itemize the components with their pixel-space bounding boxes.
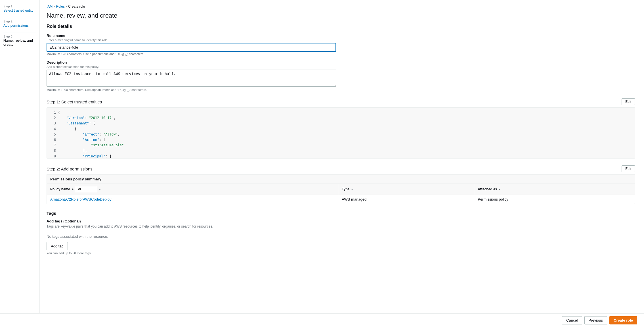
- breadcrumb-sep-1: ›: [54, 5, 55, 9]
- col-policy-name: Policy name ↗ ▼: [47, 184, 338, 195]
- sidebar-item-select-trusted-entity[interactable]: Select trusted entity: [3, 9, 36, 13]
- table-row: AmazonEC2RoleforAWSCodeDeploy AWS manage…: [47, 195, 635, 204]
- role-name-input[interactable]: [47, 43, 336, 52]
- type-chevron-icon: ▼: [351, 188, 353, 191]
- col-policy-name-label: Policy name: [50, 187, 70, 191]
- policy-name-filter[interactable]: [75, 186, 97, 192]
- add-tag-button[interactable]: Add tag: [47, 242, 68, 250]
- tags-title: Tags: [47, 211, 635, 216]
- permissions-table-wrapper: Policy name ↗ ▼ Type ▼: [47, 184, 635, 204]
- policy-name-link[interactable]: AmazonEC2RoleforAWSCodeDeploy: [50, 197, 112, 201]
- permissions-table: Policy name ↗ ▼ Type ▼: [47, 184, 635, 204]
- permissions-summary-header: Permissions policy summary: [47, 174, 635, 184]
- step1-edit-button[interactable]: Edit: [622, 98, 635, 105]
- step-1-block: Step 1 Select trusted entity: [3, 5, 36, 13]
- role-name-hint: Enter a meaningful name to identify this…: [47, 38, 635, 42]
- create-role-button[interactable]: Create role: [609, 316, 637, 324]
- breadcrumb-iam[interactable]: IAM: [47, 5, 53, 9]
- table-header-row: Policy name ↗ ▼ Type ▼: [47, 184, 635, 195]
- step2-edit-button[interactable]: Edit: [622, 165, 635, 172]
- policy-name-cell: AmazonEC2RoleforAWSCodeDeploy: [47, 195, 338, 204]
- breadcrumb-roles[interactable]: Roles: [56, 5, 65, 9]
- sidebar-item-name-review-create[interactable]: Name, review, and create: [3, 39, 36, 47]
- previous-button[interactable]: Previous: [584, 316, 607, 324]
- description-label: Description: [47, 60, 635, 64]
- external-link-icon: ↗: [71, 188, 74, 191]
- role-name-group: Role name Enter a meaningful name to ide…: [47, 34, 635, 56]
- step1-label: Step 1: Select trusted entities: [47, 99, 102, 104]
- no-tags-text: No tags associated with the resource.: [47, 231, 635, 239]
- type-cell: AWS managed: [338, 195, 474, 204]
- breadcrumb-sep-2: ›: [66, 5, 67, 9]
- page-title: Name, review, and create: [47, 12, 635, 19]
- add-tags-title: Add tags (Optional): [47, 219, 635, 223]
- tags-description: Tags are key-value pairs that you can ad…: [47, 224, 635, 228]
- trusted-entities-code: 1{ 2 "Version": "2012-10-17", 3 "Stateme…: [47, 107, 635, 159]
- col-type: Type ▼: [338, 184, 474, 195]
- step-3-number: Step 3: [3, 35, 36, 38]
- step2-label: Step 2: Add permissions: [47, 166, 93, 171]
- description-char-limit: Maximum 1000 characters. Use alphanumeri…: [47, 88, 635, 91]
- role-details-section: Role details Role name Enter a meaningfu…: [47, 24, 635, 91]
- col-attached-as: Attached as ▼: [474, 184, 635, 195]
- footer-bar: Cancel Previous Create role: [0, 313, 644, 327]
- breadcrumb-current: Create role: [68, 5, 85, 9]
- description-textarea[interactable]: [47, 70, 336, 87]
- breadcrumb: IAM › Roles › Create role: [47, 5, 635, 9]
- main-content: IAM › Roles › Create role Name, review, …: [40, 0, 644, 327]
- attached-as-cell: Permissions policy: [474, 195, 635, 204]
- description-group: Description Add a short explanation for …: [47, 60, 635, 91]
- step-2-block: Step 2 Add permissions: [3, 20, 36, 28]
- step2-header: Step 2: Add permissions Edit: [47, 165, 635, 172]
- add-tag-hint: You can add up to 50 more tags: [47, 251, 635, 255]
- step1-header: Step 1: Select trusted entities Edit: [47, 98, 635, 105]
- sidebar: Step 1 Select trusted entity Step 2 Add …: [0, 0, 40, 327]
- cancel-button[interactable]: Cancel: [562, 316, 582, 324]
- filter-chevron-icon: ▼: [98, 188, 101, 191]
- step-1-number: Step 1: [3, 5, 36, 8]
- col-type-label: Type: [342, 187, 349, 191]
- attached-chevron-icon: ▼: [498, 188, 501, 191]
- step2-section: Step 2: Add permissions Edit Permissions…: [47, 165, 635, 204]
- role-name-char-limit: Maximum 128 characters. Use alphanumeric…: [47, 52, 635, 56]
- role-details-title: Role details: [47, 24, 635, 29]
- step-2-number: Step 2: [3, 20, 36, 23]
- tags-section: Tags Add tags (Optional) Tags are key-va…: [47, 211, 635, 255]
- sidebar-item-add-permissions[interactable]: Add permissions: [3, 24, 36, 28]
- step-3-block: Step 3 Name, review, and create: [3, 35, 36, 47]
- description-hint: Add a short explanation for this policy.: [47, 65, 635, 68]
- col-attached-as-label: Attached as: [478, 187, 497, 191]
- step1-section: Step 1: Select trusted entities Edit 1{ …: [47, 98, 635, 159]
- role-name-label: Role name: [47, 34, 635, 38]
